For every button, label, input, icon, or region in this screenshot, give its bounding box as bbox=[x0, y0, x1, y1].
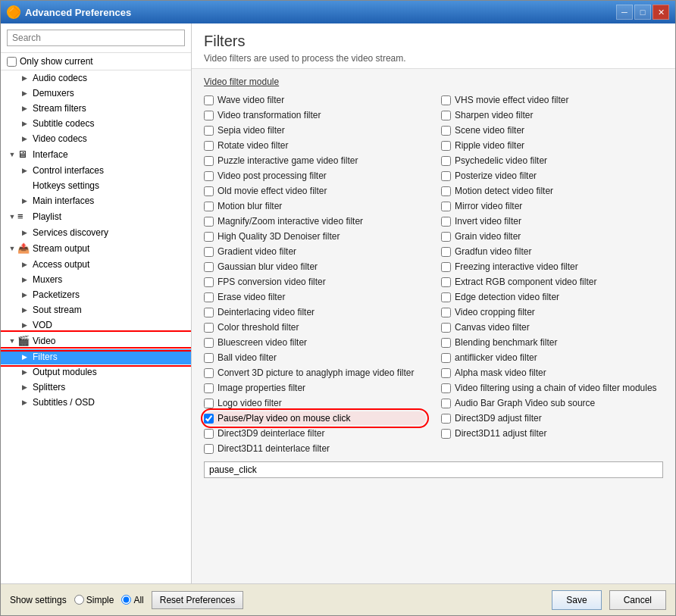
reset-preferences-button[interactable]: Reset Preferences bbox=[152, 591, 243, 609]
filter-label-psychedelic: Psychedelic video filter bbox=[455, 155, 547, 166]
filter-checkbox-canvas[interactable] bbox=[441, 323, 451, 333]
sidebar-item-hotkeys-settings[interactable]: Hotkeys settings bbox=[1, 178, 191, 193]
filter-label-antiflicker: antiflicker video filter bbox=[455, 352, 537, 363]
filter-checkbox-anaglyph[interactable] bbox=[204, 368, 214, 378]
sidebar-item-playlist[interactable]: ▼≡Playlist bbox=[1, 208, 191, 225]
filter-checkbox-extractrgb[interactable] bbox=[441, 277, 451, 287]
filter-checkbox-motiondetect[interactable] bbox=[441, 186, 451, 196]
arrow-icon: ▶ bbox=[19, 105, 30, 112]
filter-checkbox-alphamask[interactable] bbox=[441, 368, 451, 378]
filter-label-erase: Erase video filter bbox=[218, 292, 285, 302]
filter-text-input[interactable] bbox=[204, 461, 663, 478]
save-button[interactable]: Save bbox=[552, 590, 601, 610]
arrow-icon: ▶ bbox=[19, 399, 30, 406]
filter-label-video-transform: Video transformation filter bbox=[218, 110, 321, 120]
filter-checkbox-direct3d9-deinterlace[interactable] bbox=[204, 429, 214, 439]
filter-checkbox-antiflicker[interactable] bbox=[441, 353, 451, 363]
filter-checkbox-mirror[interactable] bbox=[441, 202, 451, 211]
search-input[interactable] bbox=[7, 30, 185, 46]
filter-checkbox-grain[interactable] bbox=[441, 232, 451, 242]
filter-checkbox-posterize[interactable] bbox=[441, 171, 451, 181]
filter-checkbox-erase[interactable] bbox=[204, 292, 214, 302]
sidebar-item-sout-stream[interactable]: ▶Sout stream bbox=[1, 302, 191, 317]
filter-item-direct3d9-deinterlace: Direct3D9 deinterlace filter bbox=[204, 427, 426, 440]
filter-item-ripple: Ripple video filter bbox=[441, 139, 663, 152]
minimize-button[interactable]: ─ bbox=[616, 5, 633, 20]
filter-label-logo: Logo video filter bbox=[218, 398, 282, 408]
sidebar-item-vod[interactable]: ▶VOD bbox=[1, 317, 191, 333]
filter-checkbox-deinterlace[interactable] bbox=[204, 308, 214, 317]
sidebar-item-video-codecs[interactable]: ▶Video codecs bbox=[1, 131, 191, 146]
simple-radio[interactable] bbox=[74, 595, 84, 605]
sidebar-item-interface[interactable]: ▼🖥Interface bbox=[1, 146, 191, 163]
filter-item-blending: Blending benchmark filter bbox=[441, 336, 663, 349]
sidebar-item-audio-codecs[interactable]: ▶Audio codecs bbox=[1, 70, 191, 86]
filter-checkbox-ball[interactable] bbox=[204, 353, 214, 363]
filter-checkbox-colorthreshold[interactable] bbox=[204, 323, 214, 333]
filter-checkbox-pauseclick[interactable] bbox=[204, 414, 214, 424]
close-button[interactable]: ✕ bbox=[653, 5, 669, 20]
filter-checkbox-videocrop[interactable] bbox=[441, 308, 451, 317]
filter-checkbox-direct3d11-deinterlace[interactable] bbox=[204, 444, 214, 454]
sidebar-item-services-discovery[interactable]: ▶Services discovery bbox=[1, 225, 191, 240]
filter-checkbox-gaussianblur[interactable] bbox=[204, 262, 214, 272]
filter-checkbox-video-transform[interactable] bbox=[204, 111, 214, 120]
sidebar-item-muxers[interactable]: ▶Muxers bbox=[1, 272, 191, 287]
sidebar-item-subtitles-osd[interactable]: ▶Subtitles / OSD bbox=[1, 395, 191, 410]
filter-checkbox-edgedetect[interactable] bbox=[441, 292, 451, 302]
filter-checkbox-invert[interactable] bbox=[441, 217, 451, 227]
filter-checkbox-scene[interactable] bbox=[441, 126, 451, 136]
sidebar-item-subtitle-codecs[interactable]: ▶Subtitle codecs bbox=[1, 116, 191, 131]
search-container bbox=[1, 23, 191, 53]
filter-label-sharpen: Sharpen video filter bbox=[455, 110, 533, 120]
filter-checkbox-fps[interactable] bbox=[204, 277, 214, 287]
filter-checkbox-blending[interactable] bbox=[441, 338, 451, 348]
sidebar-item-packetizers[interactable]: ▶Packetizers bbox=[1, 287, 191, 302]
filter-checkbox-sepia[interactable] bbox=[204, 126, 214, 136]
filter-checkbox-motionblur[interactable] bbox=[204, 202, 214, 211]
sidebar-item-access-output[interactable]: ▶Access output bbox=[1, 257, 191, 272]
filter-checkbox-videofiltering[interactable] bbox=[441, 383, 451, 393]
sidebar-item-demuxers[interactable]: ▶Demuxers bbox=[1, 86, 191, 101]
filter-checkbox-psychedelic[interactable] bbox=[441, 156, 451, 166]
sidebar-tree: ▶Audio codecs▶Demuxers▶Stream filters▶Su… bbox=[1, 70, 191, 583]
filter-checkbox-puzzle[interactable] bbox=[204, 156, 214, 166]
cancel-button[interactable]: Cancel bbox=[609, 590, 666, 610]
maximize-button[interactable]: □ bbox=[634, 5, 651, 20]
only-show-current-checkbox[interactable] bbox=[7, 57, 17, 67]
filter-label-gradfun: Gradfun video filter bbox=[455, 246, 531, 257]
filter-checkbox-oldmovie[interactable] bbox=[204, 186, 214, 196]
sidebar-item-output-modules[interactable]: ▶Output modules bbox=[1, 364, 191, 380]
sidebar-item-main-interfaces[interactable]: ▶Main interfaces bbox=[1, 193, 191, 208]
sidebar-item-splitters[interactable]: ▶Splitters bbox=[1, 380, 191, 395]
filter-checkbox-wave[interactable] bbox=[204, 95, 214, 105]
filter-checkbox-logo[interactable] bbox=[204, 399, 214, 408]
sidebar-item-label: Subtitles / OSD bbox=[33, 397, 95, 408]
filter-checkbox-hqdn3d[interactable] bbox=[204, 232, 214, 242]
sidebar-item-video[interactable]: ▼🎬Video bbox=[1, 333, 191, 349]
all-radio[interactable] bbox=[121, 595, 131, 605]
filter-checkbox-gradient[interactable] bbox=[204, 247, 214, 257]
all-radio-item: All bbox=[121, 595, 143, 605]
sidebar-item-label: Hotkeys settings bbox=[33, 180, 99, 191]
filter-checkbox-bluescreen[interactable] bbox=[204, 338, 214, 348]
filter-checkbox-rotate[interactable] bbox=[204, 141, 214, 151]
filter-checkbox-vhs[interactable] bbox=[441, 95, 451, 105]
sidebar-item-control-interfaces[interactable]: ▶Control interfaces bbox=[1, 163, 191, 178]
filter-checkbox-postproc[interactable] bbox=[204, 171, 214, 181]
filter-checkbox-ripple[interactable] bbox=[441, 141, 451, 151]
filter-checkbox-magnify[interactable] bbox=[204, 217, 214, 227]
filter-checkbox-direct3d11-adjust[interactable] bbox=[441, 429, 451, 439]
sidebar-item-stream-output[interactable]: ▼📤Stream output bbox=[1, 240, 191, 257]
sidebar-item-stream-filters[interactable]: ▶Stream filters bbox=[1, 101, 191, 116]
filter-item-hqdn3d: High Quality 3D Denoiser filter bbox=[204, 230, 426, 243]
filter-checkbox-gradfun[interactable] bbox=[441, 247, 451, 257]
filter-checkbox-sharpen[interactable] bbox=[441, 111, 451, 120]
sidebar-item-filters[interactable]: ▶Filters bbox=[1, 349, 191, 364]
filter-label-postproc: Video post processing filter bbox=[218, 170, 327, 181]
filter-checkbox-direct3d9-adjust[interactable] bbox=[441, 414, 451, 424]
filter-checkbox-freezing[interactable] bbox=[441, 262, 451, 272]
filter-checkbox-audiobar[interactable] bbox=[441, 399, 451, 408]
sidebar-item-label: Demuxers bbox=[33, 88, 74, 98]
filter-checkbox-imageprops[interactable] bbox=[204, 383, 214, 393]
